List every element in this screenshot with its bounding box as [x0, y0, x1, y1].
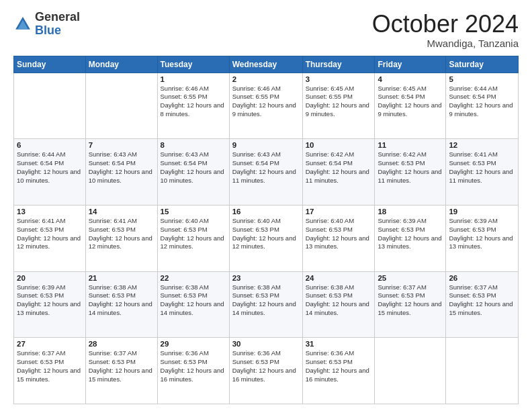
day-cell: 19Sunrise: 6:39 AM Sunset: 6:53 PM Dayli…: [446, 205, 519, 271]
day-info: Sunrise: 6:38 AM Sunset: 6:53 PM Dayligh…: [89, 283, 154, 318]
day-cell: 16Sunrise: 6:40 AM Sunset: 6:53 PM Dayli…: [229, 205, 302, 271]
day-info: Sunrise: 6:41 AM Sunset: 6:53 PM Dayligh…: [17, 217, 83, 251]
day-info: Sunrise: 6:46 AM Sunset: 6:55 PM Dayligh…: [161, 85, 226, 119]
logo-general-text: General: [35, 11, 80, 24]
day-number: 1: [161, 75, 226, 83]
day-cell: 15Sunrise: 6:40 AM Sunset: 6:53 PM Dayli…: [157, 205, 229, 271]
day-number: 11: [378, 141, 443, 149]
day-number: 19: [449, 208, 515, 216]
title-block: October 2024 Mwandiga, Tanzania: [372, 11, 519, 49]
day-cell: 10Sunrise: 6:42 AM Sunset: 6:54 PM Dayli…: [302, 139, 375, 205]
day-info: Sunrise: 6:40 AM Sunset: 6:53 PM Dayligh…: [232, 217, 300, 251]
week-row-3: 13Sunrise: 6:41 AM Sunset: 6:53 PM Dayli…: [14, 205, 519, 271]
day-number: 28: [89, 340, 154, 348]
day-number: 23: [232, 274, 300, 282]
day-number: 12: [449, 141, 515, 149]
day-info: Sunrise: 6:40 AM Sunset: 6:53 PM Dayligh…: [161, 217, 226, 251]
col-header-saturday: Saturday: [446, 56, 519, 73]
day-number: 21: [89, 274, 154, 282]
day-number: 2: [232, 75, 300, 83]
day-number: 29: [161, 340, 226, 348]
col-header-friday: Friday: [375, 56, 446, 73]
day-cell: [375, 338, 446, 404]
day-number: 6: [17, 141, 83, 149]
day-info: Sunrise: 6:36 AM Sunset: 6:53 PM Dayligh…: [306, 349, 372, 383]
day-cell: 7Sunrise: 6:43 AM Sunset: 6:54 PM Daylig…: [85, 139, 157, 205]
day-cell: 17Sunrise: 6:40 AM Sunset: 6:53 PM Dayli…: [302, 205, 375, 271]
week-row-5: 27Sunrise: 6:37 AM Sunset: 6:53 PM Dayli…: [14, 338, 519, 404]
header-row: SundayMondayTuesdayWednesdayThursdayFrid…: [14, 56, 519, 73]
day-cell: 14Sunrise: 6:41 AM Sunset: 6:53 PM Dayli…: [85, 205, 157, 271]
day-cell: 2Sunrise: 6:46 AM Sunset: 6:55 PM Daylig…: [229, 73, 302, 139]
day-info: Sunrise: 6:39 AM Sunset: 6:53 PM Dayligh…: [17, 283, 83, 318]
col-header-monday: Monday: [85, 56, 157, 73]
day-cell: 22Sunrise: 6:38 AM Sunset: 6:53 PM Dayli…: [157, 271, 229, 338]
col-header-wednesday: Wednesday: [229, 56, 302, 73]
day-cell: 27Sunrise: 6:37 AM Sunset: 6:53 PM Dayli…: [14, 338, 86, 404]
day-number: 8: [161, 141, 226, 149]
logo-blue-text: Blue: [35, 24, 80, 38]
day-number: 22: [161, 274, 226, 282]
day-cell: [14, 73, 86, 139]
day-cell: 4Sunrise: 6:45 AM Sunset: 6:54 PM Daylig…: [375, 73, 446, 139]
day-info: Sunrise: 6:37 AM Sunset: 6:53 PM Dayligh…: [89, 349, 154, 383]
col-header-sunday: Sunday: [14, 56, 86, 73]
day-number: 27: [17, 340, 83, 348]
day-info: Sunrise: 6:37 AM Sunset: 6:53 PM Dayligh…: [449, 283, 515, 318]
day-info: Sunrise: 6:43 AM Sunset: 6:54 PM Dayligh…: [89, 150, 154, 185]
day-cell: 8Sunrise: 6:43 AM Sunset: 6:54 PM Daylig…: [157, 139, 229, 205]
week-row-1: 1Sunrise: 6:46 AM Sunset: 6:55 PM Daylig…: [14, 73, 519, 139]
logo: General Blue: [13, 11, 80, 38]
day-info: Sunrise: 6:39 AM Sunset: 6:53 PM Dayligh…: [449, 217, 515, 251]
day-cell: 30Sunrise: 6:36 AM Sunset: 6:53 PM Dayli…: [229, 338, 302, 404]
day-info: Sunrise: 6:38 AM Sunset: 6:53 PM Dayligh…: [161, 283, 226, 318]
day-number: 10: [306, 141, 372, 149]
day-cell: 29Sunrise: 6:36 AM Sunset: 6:53 PM Dayli…: [157, 338, 229, 404]
day-cell: 12Sunrise: 6:41 AM Sunset: 6:53 PM Dayli…: [446, 139, 519, 205]
logo-text: General Blue: [35, 11, 80, 38]
day-cell: 18Sunrise: 6:39 AM Sunset: 6:53 PM Dayli…: [375, 205, 446, 271]
day-cell: 6Sunrise: 6:44 AM Sunset: 6:54 PM Daylig…: [14, 139, 86, 205]
day-info: Sunrise: 6:36 AM Sunset: 6:53 PM Dayligh…: [232, 349, 300, 383]
day-number: 14: [89, 208, 154, 216]
day-number: 26: [449, 274, 515, 282]
day-info: Sunrise: 6:45 AM Sunset: 6:54 PM Dayligh…: [378, 85, 443, 119]
day-info: Sunrise: 6:43 AM Sunset: 6:54 PM Dayligh…: [232, 150, 300, 185]
day-info: Sunrise: 6:39 AM Sunset: 6:53 PM Dayligh…: [378, 217, 443, 251]
week-row-4: 20Sunrise: 6:39 AM Sunset: 6:53 PM Dayli…: [14, 271, 519, 338]
day-info: Sunrise: 6:46 AM Sunset: 6:55 PM Dayligh…: [232, 85, 300, 119]
day-cell: 26Sunrise: 6:37 AM Sunset: 6:53 PM Dayli…: [446, 271, 519, 338]
day-cell: 20Sunrise: 6:39 AM Sunset: 6:53 PM Dayli…: [14, 271, 86, 338]
day-info: Sunrise: 6:37 AM Sunset: 6:53 PM Dayligh…: [17, 349, 83, 383]
week-row-2: 6Sunrise: 6:44 AM Sunset: 6:54 PM Daylig…: [14, 139, 519, 205]
day-cell: 23Sunrise: 6:38 AM Sunset: 6:53 PM Dayli…: [229, 271, 302, 338]
day-number: 17: [306, 208, 372, 216]
day-number: 13: [17, 208, 83, 216]
day-info: Sunrise: 6:42 AM Sunset: 6:53 PM Dayligh…: [378, 150, 443, 185]
day-info: Sunrise: 6:44 AM Sunset: 6:54 PM Dayligh…: [449, 85, 515, 119]
day-info: Sunrise: 6:41 AM Sunset: 6:53 PM Dayligh…: [89, 217, 154, 251]
day-number: 31: [306, 340, 372, 348]
col-header-thursday: Thursday: [302, 56, 375, 73]
day-cell: 9Sunrise: 6:43 AM Sunset: 6:54 PM Daylig…: [229, 139, 302, 205]
day-number: 18: [378, 208, 443, 216]
day-number: 4: [378, 75, 443, 83]
day-number: 24: [306, 274, 372, 282]
day-cell: 3Sunrise: 6:45 AM Sunset: 6:55 PM Daylig…: [302, 73, 375, 139]
day-number: 15: [161, 208, 226, 216]
day-cell: 13Sunrise: 6:41 AM Sunset: 6:53 PM Dayli…: [14, 205, 86, 271]
day-number: 25: [378, 274, 443, 282]
day-info: Sunrise: 6:37 AM Sunset: 6:53 PM Dayligh…: [378, 283, 443, 318]
day-info: Sunrise: 6:38 AM Sunset: 6:53 PM Dayligh…: [232, 283, 300, 318]
day-cell: 28Sunrise: 6:37 AM Sunset: 6:53 PM Dayli…: [85, 338, 157, 404]
day-cell: [85, 73, 157, 139]
col-header-tuesday: Tuesday: [157, 56, 229, 73]
day-cell: 24Sunrise: 6:38 AM Sunset: 6:53 PM Dayli…: [302, 271, 375, 338]
day-number: 9: [232, 141, 300, 149]
day-info: Sunrise: 6:36 AM Sunset: 6:53 PM Dayligh…: [161, 349, 226, 383]
calendar-table: SundayMondayTuesdayWednesdayThursdayFrid…: [13, 56, 519, 404]
day-cell: 21Sunrise: 6:38 AM Sunset: 6:53 PM Dayli…: [85, 271, 157, 338]
day-info: Sunrise: 6:44 AM Sunset: 6:54 PM Dayligh…: [17, 150, 83, 185]
day-number: 5: [449, 75, 515, 83]
day-cell: 31Sunrise: 6:36 AM Sunset: 6:53 PM Dayli…: [302, 338, 375, 404]
